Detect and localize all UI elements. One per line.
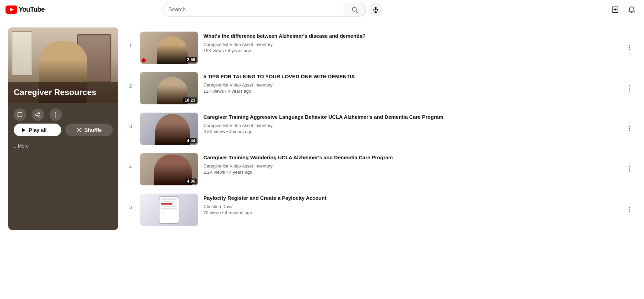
video-more-button[interactable]: ⋮ — [623, 163, 636, 175]
three-dots-icon: ⋮ — [626, 84, 633, 92]
video-thumbnail: 2:59 — [140, 32, 198, 64]
playlist-more-button[interactable]: ⋮ — [49, 108, 62, 121]
create-button[interactable] — [608, 3, 622, 16]
video-title: Caregiver Training Wandering UCLA Alzhei… — [203, 154, 618, 161]
playlist-panel: Caregiver Resources ⋮ — [8, 27, 118, 230]
video-index: 5 — [126, 194, 135, 210]
bookmark-icon — [17, 112, 23, 118]
video-channel: Caregiverlist Video Asset Inventory — [203, 163, 618, 169]
youtube-logo-icon — [5, 5, 17, 14]
three-dots-icon: ⋮ — [626, 44, 633, 51]
video-title: 5 TIPS FOR TALKING TO YOUR LOVED ONE WIT… — [203, 73, 618, 80]
video-title: Caregiver Training Aggressive Language B… — [203, 113, 618, 120]
thumb-person — [157, 36, 188, 64]
video-more-button[interactable]: ⋮ — [623, 203, 636, 216]
bell-icon — [628, 6, 635, 13]
header-actions — [608, 3, 639, 16]
video-stats: 15K views • 4 years ago — [203, 48, 618, 54]
video-meta: Caregiverlist Video Asset Inventory 12K … — [203, 82, 618, 94]
video-info: What's the difference between Alzheimer'… — [203, 32, 618, 54]
video-list: 1 2:59 What's the difference between Alz… — [126, 27, 636, 230]
svg-marker-15 — [22, 128, 25, 132]
video-meta: Caregiverlist Video Asset Inventory 2.2K… — [203, 163, 618, 175]
search-icon — [351, 6, 358, 13]
video-meta: Christina Davis 70 views • 4 months ago — [203, 204, 618, 216]
logo-text: YouTube — [19, 5, 45, 13]
table-row[interactable]: 1 2:59 What's the difference between Alz… — [126, 27, 636, 68]
mic-button[interactable] — [369, 3, 382, 16]
video-meta: Caregiverlist Video Asset Inventory 15K … — [203, 42, 618, 54]
phone-screen — [159, 196, 179, 224]
shuffle-button[interactable]: Shuffle — [65, 124, 113, 136]
video-duration: 2:59 — [186, 57, 197, 62]
video-info: Paylocity Register and Create a Paylocit… — [203, 194, 618, 216]
play-all-button[interactable]: Play all — [14, 124, 61, 136]
video-index: 3 — [126, 113, 135, 129]
search-area — [163, 3, 382, 16]
create-icon — [611, 6, 619, 13]
youtube-logo[interactable]: YouTube — [5, 5, 47, 14]
video-duration: 4:44 — [186, 138, 197, 143]
video-info: Caregiver Training Wandering UCLA Alzhei… — [203, 153, 618, 175]
video-thumbnail — [140, 194, 198, 226]
video-stats: 70 views • 4 months ago — [203, 210, 618, 216]
video-channel: Caregiverlist Video Asset Inventory — [203, 123, 618, 129]
video-index: 4 — [126, 153, 135, 170]
share-playlist-button[interactable] — [32, 108, 44, 121]
save-playlist-button[interactable] — [14, 108, 26, 121]
svg-line-13 — [37, 113, 39, 114]
playlist-thumbnail: Caregiver Resources — [8, 27, 118, 103]
svg-point-12 — [38, 116, 40, 117]
video-thumbnail: 10:23 — [140, 72, 198, 104]
video-title: Paylocity Register and Create a Paylocit… — [203, 194, 618, 202]
search-button[interactable] — [344, 3, 366, 16]
video-channel: Caregiverlist Video Asset Inventory — [203, 82, 618, 88]
playlist-actions: ⋮ — [8, 103, 118, 124]
video-channel: Christina Davis — [203, 204, 618, 210]
search-input-wrap — [163, 3, 344, 16]
video-more-button[interactable]: ⋮ — [623, 41, 636, 54]
video-stats: 12K views • 4 years ago — [203, 88, 618, 94]
playlist-title: Caregiver Resources — [14, 88, 113, 97]
watch-progress-dot — [142, 58, 146, 62]
video-more-button[interactable]: ⋮ — [623, 122, 636, 135]
video-thumbnail: 4:06 — [140, 153, 198, 185]
play-icon — [21, 127, 26, 133]
video-info: 5 TIPS FOR TALKING TO YOUR LOVED ONE WIT… — [203, 72, 618, 94]
video-duration: 10:23 — [183, 97, 197, 103]
playlist-buttons: Play all Shuffle — [8, 124, 118, 142]
main-content: Caregiver Resources ⋮ — [0, 19, 644, 230]
three-dots-icon: ⋮ — [52, 111, 59, 118]
window-decoration — [12, 31, 32, 76]
playlist-overlay: Caregiver Resources — [8, 82, 118, 103]
three-dots-icon: ⋮ — [626, 125, 633, 132]
svg-rect-4 — [375, 7, 376, 10]
table-row[interactable]: 2 10:23 5 TIPS FOR TALKING TO YOUR LOVED… — [126, 68, 636, 108]
thumb-person — [155, 114, 190, 145]
shuffle-label: Shuffle — [85, 127, 102, 133]
video-duration: 4:06 — [186, 179, 197, 184]
header: YouTube — [0, 0, 644, 19]
play-all-label: Play all — [29, 127, 47, 133]
svg-line-3 — [356, 11, 358, 12]
share-icon — [35, 112, 41, 118]
svg-line-14 — [37, 115, 39, 116]
three-dots-icon: ⋮ — [626, 206, 633, 213]
svg-point-11 — [35, 114, 37, 116]
video-title: What's the difference between Alzheimer'… — [203, 32, 618, 39]
more-label: ...More — [14, 143, 29, 149]
video-stats: 2.2K views • 4 years ago — [203, 169, 618, 175]
three-dots-icon: ⋮ — [626, 165, 633, 173]
video-index: 2 — [126, 72, 135, 89]
table-row[interactable]: 3 4:44 Caregiver Training Aggressive Lan… — [126, 108, 636, 149]
table-row[interactable]: 5 Paylocity Register and Create a Payloc… — [126, 189, 636, 230]
more-text-button[interactable]: ...More — [8, 142, 34, 154]
video-more-button[interactable]: ⋮ — [623, 82, 636, 94]
search-input[interactable] — [168, 7, 338, 13]
mic-icon — [372, 6, 379, 13]
table-row[interactable]: 4 4:06 Caregiver Training Wandering UCLA… — [126, 149, 636, 189]
notifications-button[interactable] — [625, 3, 639, 16]
shuffle-icon — [76, 127, 82, 133]
video-index: 1 — [126, 32, 135, 48]
video-meta: Caregiverlist Video Asset Inventory 3.8K… — [203, 123, 618, 135]
